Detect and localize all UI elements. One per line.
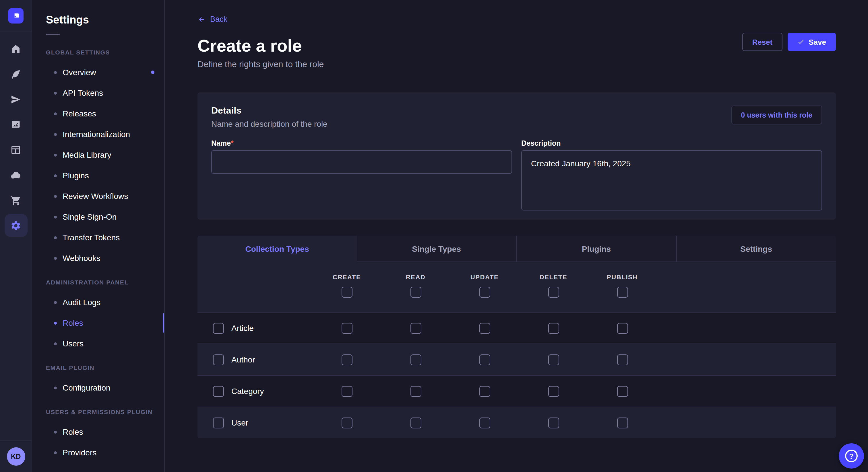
user-publish-checkbox[interactable]	[617, 417, 628, 428]
sidebar-item-overview[interactable]: Overview	[32, 62, 164, 82]
author-delete-checkbox[interactable]	[548, 354, 559, 365]
layout-icon[interactable]	[4, 138, 27, 161]
select-all-delete-checkbox[interactable]	[548, 287, 559, 298]
category-delete-checkbox[interactable]	[548, 386, 559, 397]
user-select-checkbox[interactable]	[213, 417, 224, 428]
cart-icon[interactable]	[4, 189, 27, 212]
select-all-read-checkbox[interactable]	[410, 287, 421, 298]
feather-icon[interactable]	[4, 63, 27, 86]
sidebar-item-label: Overview	[63, 68, 96, 77]
cloud-icon	[10, 169, 21, 180]
article-delete-checkbox[interactable]	[548, 323, 559, 334]
sidebar-item-releases[interactable]: Releases	[32, 103, 164, 124]
name-label: Name*	[211, 140, 512, 147]
save-button[interactable]: Save	[787, 33, 836, 51]
category-select-checkbox[interactable]	[213, 386, 224, 397]
tab-collection-types[interactable]: Collection Types	[197, 236, 357, 262]
sidebar-item-configuration[interactable]: Configuration	[32, 377, 164, 398]
paper-plane-icon[interactable]	[4, 88, 27, 111]
article-read-checkbox[interactable]	[410, 323, 421, 334]
description-textarea[interactable]: Created January 16th, 2025	[521, 150, 822, 210]
category-publish-checkbox[interactable]	[617, 386, 628, 397]
avatar[interactable]: KD	[7, 447, 25, 466]
tab-settings[interactable]: Settings	[676, 236, 836, 262]
bullet-icon	[54, 301, 57, 304]
user-read-checkbox[interactable]	[410, 417, 421, 428]
sidebar-item-label: Audit Logs	[63, 298, 100, 307]
select-all-create-checkbox[interactable]	[341, 287, 352, 298]
home-icon[interactable]	[4, 37, 27, 60]
strapi-logo[interactable]	[8, 8, 24, 24]
back-link[interactable]: Back	[197, 15, 227, 24]
user-create-checkbox[interactable]	[341, 417, 352, 428]
gear-icon[interactable]	[4, 214, 27, 237]
users-with-role-button[interactable]: 0 users with this role	[731, 105, 822, 125]
article-publish-checkbox[interactable]	[617, 323, 628, 334]
back-label: Back	[210, 15, 227, 24]
row-label: Article	[231, 324, 254, 333]
gear-icon	[10, 220, 21, 231]
sidebar-item-review-workflows[interactable]: Review Workflows	[32, 186, 164, 206]
bullet-icon	[54, 430, 57, 433]
user-update-checkbox[interactable]	[479, 417, 490, 428]
user-delete-checkbox[interactable]	[548, 417, 559, 428]
author-select-checkbox[interactable]	[213, 354, 224, 365]
subnav-section-items: RolesProviders	[32, 422, 164, 463]
sidebar-item-plugins[interactable]: Plugins	[32, 165, 164, 186]
help-button[interactable]: ?	[839, 443, 864, 469]
sidebar-item-label: Webhooks	[63, 254, 100, 263]
tab-single-types[interactable]: Single Types	[357, 236, 516, 262]
table-row-author: Author	[197, 343, 836, 375]
question-mark-icon: ?	[845, 450, 858, 462]
category-read-checkbox[interactable]	[410, 386, 421, 397]
sidebar-item-label: Releases	[63, 109, 96, 118]
details-subtitle: Name and description of the role	[211, 119, 328, 129]
sidebar-item-webhooks[interactable]: Webhooks	[32, 248, 164, 268]
details-title: Details	[211, 105, 328, 116]
sidebar-item-audit-logs[interactable]: Audit Logs	[32, 292, 164, 312]
subnav-section-items: OverviewAPI TokensReleasesInternationali…	[32, 62, 164, 268]
category-update-checkbox[interactable]	[479, 386, 490, 397]
sidebar-item-users[interactable]: Users	[32, 333, 164, 354]
sidebar-item-roles[interactable]: Roles	[32, 422, 164, 442]
subnav-section: GLOBAL SETTINGSOverviewAPI TokensRelease…	[32, 49, 164, 268]
sidebar-item-label: Internationalization	[63, 130, 130, 139]
author-create-checkbox[interactable]	[341, 354, 352, 365]
details-card-header: Details Name and description of the role…	[211, 105, 822, 129]
sidebar-item-label: Transfer Tokens	[63, 233, 120, 242]
check-icon	[797, 38, 804, 45]
main-nav: KD	[0, 0, 32, 472]
sidebar-item-providers[interactable]: Providers	[32, 442, 164, 463]
bullet-icon	[54, 71, 57, 74]
name-input[interactable]	[211, 150, 512, 174]
layout-icon	[10, 144, 21, 155]
sidebar-item-media-library[interactable]: Media Library	[32, 144, 164, 165]
cloud-icon[interactable]	[4, 164, 27, 187]
author-update-checkbox[interactable]	[479, 354, 490, 365]
reset-button[interactable]: Reset	[742, 33, 782, 51]
sidebar-item-label: Roles	[63, 427, 83, 436]
category-create-checkbox[interactable]	[341, 386, 352, 397]
sidebar-item-transfer-tokens[interactable]: Transfer Tokens	[32, 227, 164, 248]
article-create-checkbox[interactable]	[341, 323, 352, 334]
article-select-checkbox[interactable]	[213, 323, 224, 334]
header-actions: Reset Save	[742, 33, 836, 51]
select-all-update-checkbox[interactable]	[479, 287, 490, 298]
sidebar-item-internationalization[interactable]: Internationalization	[32, 124, 164, 144]
subnav-section-items: Configuration	[32, 377, 164, 398]
sidebar-item-roles[interactable]: Roles	[32, 312, 164, 333]
bullet-icon	[54, 215, 57, 218]
subnav-section: USERS & PERMISSIONS PLUGINRolesProviders	[32, 408, 164, 463]
author-read-checkbox[interactable]	[410, 354, 421, 365]
subnav-sections: GLOBAL SETTINGSOverviewAPI TokensRelease…	[32, 49, 164, 463]
sidebar-item-api-tokens[interactable]: API Tokens	[32, 82, 164, 103]
article-update-checkbox[interactable]	[479, 323, 490, 334]
tab-plugins[interactable]: Plugins	[516, 236, 676, 262]
bullet-icon	[54, 236, 57, 239]
description-field-group: Description Created January 16th, 2025	[521, 140, 822, 210]
images-icon[interactable]	[4, 113, 27, 136]
author-publish-checkbox[interactable]	[617, 354, 628, 365]
select-all-publish-checkbox[interactable]	[617, 287, 628, 298]
sidebar-item-single-sign-on[interactable]: Single Sign-On	[32, 206, 164, 227]
images-icon	[10, 119, 21, 130]
